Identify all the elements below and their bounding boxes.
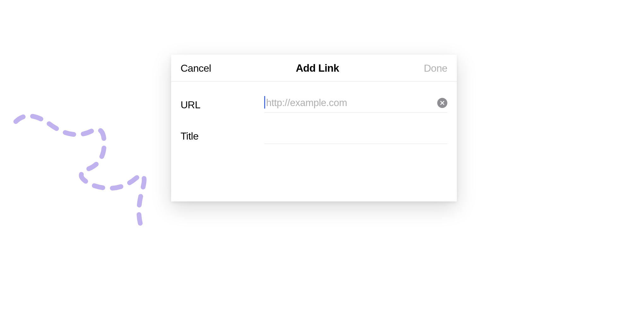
clear-url-button[interactable] bbox=[437, 98, 447, 108]
cancel-button[interactable]: Cancel bbox=[181, 63, 211, 74]
decorative-squiggle bbox=[9, 112, 161, 238]
title-field-row: Title bbox=[181, 113, 447, 144]
done-button[interactable]: Done bbox=[424, 63, 447, 74]
url-input[interactable] bbox=[264, 97, 435, 109]
modal-body: URL Title bbox=[171, 81, 457, 144]
url-field-row: URL bbox=[181, 81, 447, 113]
url-label: URL bbox=[181, 99, 264, 111]
title-input-wrapper bbox=[264, 129, 447, 144]
close-icon bbox=[440, 101, 444, 105]
modal-title: Add Link bbox=[296, 62, 339, 74]
modal-header: Cancel Add Link Done bbox=[171, 55, 457, 81]
add-link-modal: Cancel Add Link Done URL Title bbox=[171, 55, 457, 201]
title-input[interactable] bbox=[264, 129, 447, 140]
title-label: Title bbox=[181, 130, 264, 142]
text-cursor bbox=[264, 96, 265, 109]
url-input-wrapper bbox=[264, 97, 447, 113]
